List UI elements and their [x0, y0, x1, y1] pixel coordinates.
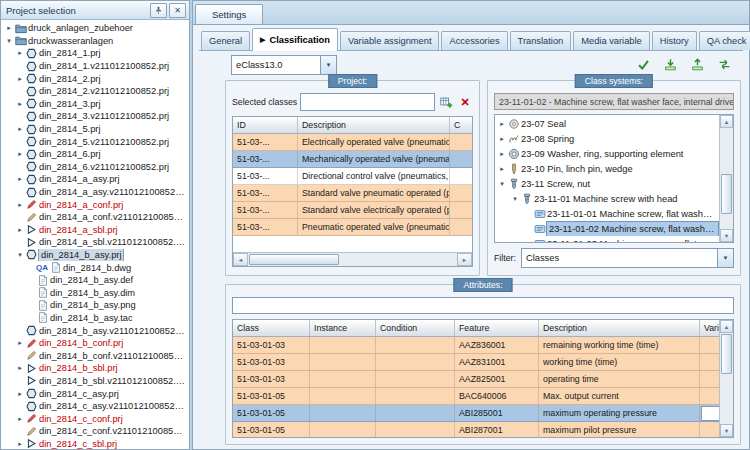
tab-qa-check[interactable]: QA check [699, 31, 750, 50]
add-class-icon[interactable] [438, 94, 454, 110]
class-system-select[interactable]: eClass13.0 ▼ [231, 55, 337, 75]
expand-arrow-icon[interactable]: ▸ [497, 147, 507, 161]
project-tree-item[interactable]: din_2814_6.v211012100852.prj [1, 161, 189, 174]
column-header-description[interactable]: Description [539, 320, 700, 336]
pin-icon[interactable] [150, 3, 167, 18]
project-tree-item[interactable]: din_2814_b_sbl.v211012100852.prj [1, 375, 189, 388]
project-tree-item[interactable]: din_2814_b_asy.dim [1, 286, 189, 299]
attribute-row[interactable]: 51-03-01-05ABI287001maximum pilot pressu… [233, 422, 719, 437]
class-row[interactable]: 51-03-...Standard valve pneumatic operat… [233, 185, 472, 202]
project-tree-item[interactable]: ▾druckwasseranlagen [1, 35, 189, 48]
hscroll-thumb[interactable] [249, 254, 339, 265]
attribute-row[interactable]: 51-03-01-05BAC640006Max. output current [233, 388, 719, 405]
collapse-arrow-icon[interactable]: ▾ [15, 249, 25, 261]
class-tree-item[interactable]: 23-11-01-02 Machine screw, flat washer f… [495, 221, 719, 236]
scroll-up-icon[interactable]: ▲ [720, 320, 733, 333]
class-row[interactable]: 51-03-...Mechanically operated valve (pn… [233, 151, 472, 168]
project-tree-item[interactable]: din_2814_5.v211012100852.prj [1, 135, 189, 148]
class-row[interactable]: 51-03-...Standard valve electrically ope… [233, 202, 472, 219]
project-tree-item[interactable]: ▸din_2814_6.prj [1, 148, 189, 161]
import-icon[interactable] [659, 55, 681, 75]
column-header-id[interactable]: ID [233, 117, 298, 133]
project-tree-item[interactable]: din_2814_1.v211012100852.prj [1, 60, 189, 73]
project-tree-item[interactable]: ▸din_2814_b_sbl.prj [1, 362, 189, 375]
apply-icon[interactable] [632, 55, 654, 75]
tab-variable-assignment[interactable]: Variable assignment [340, 31, 440, 50]
expand-arrow-icon[interactable]: ▸ [497, 162, 507, 176]
class-tree-item[interactable]: ▾23-11 Screw, nut [495, 176, 719, 191]
expand-arrow-icon[interactable]: ▸ [15, 148, 25, 160]
chevron-down-icon[interactable]: ▼ [320, 56, 336, 74]
project-tree-item[interactable]: ▸din_2814_a_asy.prj [1, 173, 189, 186]
tab-history[interactable]: History [652, 31, 697, 50]
column-header-class[interactable]: Class [233, 320, 310, 336]
project-tree-item[interactable]: ▾din_2814_b_asy.prj [1, 249, 189, 262]
attribute-row[interactable]: 51-03-01-05ABI285001maximum operating pr… [233, 405, 719, 422]
tab-translation[interactable]: Translation [510, 31, 572, 50]
project-tree-item[interactable]: ▸din_2814_3.prj [1, 98, 189, 111]
collapse-arrow-icon[interactable]: ▾ [4, 35, 14, 47]
project-tree-item[interactable]: ▸din_2814_5.prj [1, 123, 189, 136]
collapse-arrow-icon[interactable]: ▾ [510, 192, 520, 206]
project-tree-item[interactable]: din_2814_b_asy.def [1, 274, 189, 287]
attributes-filter-input[interactable] [232, 297, 734, 314]
tab-general[interactable]: General [201, 31, 250, 50]
variable-editor[interactable]: ▼ [701, 406, 719, 421]
project-tree-item[interactable]: din_2814_b_asy.tac [1, 312, 189, 325]
class-row[interactable]: 51-03-...Pneumatic operated valve (pneum… [233, 219, 472, 236]
class-tree-item[interactable]: ▸23-09 Washer, ring, supporting element [495, 146, 719, 161]
project-tree-item[interactable]: din_2814_c_asy.v211012100852.prj [1, 400, 189, 413]
filter-select[interactable]: Classes ▼ [521, 248, 734, 268]
expand-arrow-icon[interactable]: ▸ [15, 413, 25, 425]
scroll-down-icon[interactable]: ▼ [720, 424, 733, 437]
expand-arrow-icon[interactable]: ▸ [15, 98, 25, 110]
project-tree-item[interactable]: din_2814_b_asy.png [1, 299, 189, 312]
expand-arrow-icon[interactable]: ▸ [15, 173, 25, 185]
project-tree-item[interactable]: ▸din_2814_b_conf.prj [1, 337, 189, 350]
project-tree-item[interactable]: din_2814_3.v211012100852.prj [1, 110, 189, 123]
project-tree-item[interactable]: ▸din_2814_c_conf.prj [1, 412, 189, 425]
project-tree-item[interactable]: ▸din_2814_a_conf.prj [1, 198, 189, 211]
class-tree-item[interactable]: ▸23-10 Pin, linch pin, wedge [495, 161, 719, 176]
project-tree-item[interactable]: ▸din_2814_2.prj [1, 72, 189, 85]
expand-arrow-icon[interactable]: ▸ [15, 362, 25, 374]
project-tree-item[interactable]: ▸din_2814_1.prj [1, 47, 189, 60]
class-tree-item[interactable]: ▸23-08 Spring [495, 131, 719, 146]
class-tree-item[interactable]: ▸23-07 Seal [495, 116, 719, 131]
vscroll-track[interactable] [720, 333, 733, 424]
expand-arrow-icon[interactable]: ▸ [4, 22, 14, 34]
tab-classification[interactable]: ▶Classification [252, 28, 338, 51]
column-header-extra[interactable]: C [450, 117, 472, 133]
attribute-row[interactable]: 51-03-01-03AAZ831001working time (time) [233, 354, 719, 371]
column-header-variable[interactable]: Variable [700, 320, 719, 336]
expand-arrow-icon[interactable]: ▸ [15, 337, 25, 349]
vscroll-track[interactable] [720, 128, 733, 229]
expand-arrow-icon[interactable]: ▸ [15, 438, 25, 449]
chevron-down-icon[interactable]: ▼ [717, 249, 733, 267]
settings-window-tab[interactable]: Settings [195, 4, 263, 24]
project-tree-item[interactable]: din_2814_a_conf.v211012100852.prj [1, 211, 189, 224]
class-tree-item[interactable]: 23-11-01-01 Machine screw, flat washer f… [495, 206, 719, 221]
expand-arrow-icon[interactable]: ▸ [15, 388, 25, 400]
column-header-description[interactable]: Description [298, 117, 450, 133]
project-tree-item[interactable]: ▸din_2814_a_sbl.prj [1, 224, 189, 237]
vscroll-thumb[interactable] [721, 174, 732, 214]
attributes-table-scrollbar[interactable]: ▲ ▼ [719, 320, 733, 437]
expand-arrow-icon[interactable]: ▸ [15, 199, 25, 211]
project-tree-item[interactable]: din_2814_a_asy.v211012100852.prj [1, 186, 189, 199]
project-tree-item[interactable]: din_2814_2.v211012100852.prj [1, 85, 189, 98]
column-header-instance[interactable]: Instance [310, 320, 376, 336]
scroll-up-icon[interactable]: ▲ [720, 115, 733, 128]
sync-icon[interactable] [713, 55, 735, 75]
project-tree-item[interactable]: QAdin_2814_b.dwg [1, 261, 189, 274]
project-table-hscrollbar[interactable]: ◄ ► [233, 252, 472, 266]
project-tree-item[interactable]: din_2814_a_sbl.v211012100852.prj [1, 236, 189, 249]
hscroll-track[interactable] [248, 253, 457, 266]
class-tree-scrollbar[interactable]: ▲ ▼ [719, 115, 733, 242]
expand-arrow-icon[interactable]: ▸ [15, 224, 25, 236]
vscroll-thumb[interactable] [721, 334, 732, 374]
expand-arrow-icon[interactable]: ▸ [497, 117, 507, 131]
column-header-condition[interactable]: Condition [376, 320, 455, 336]
project-tree-item[interactable]: ▸druck_anlagen_zubehoer [1, 22, 189, 35]
class-row[interactable]: 51-03-...Directional control valve (pneu… [233, 168, 472, 185]
